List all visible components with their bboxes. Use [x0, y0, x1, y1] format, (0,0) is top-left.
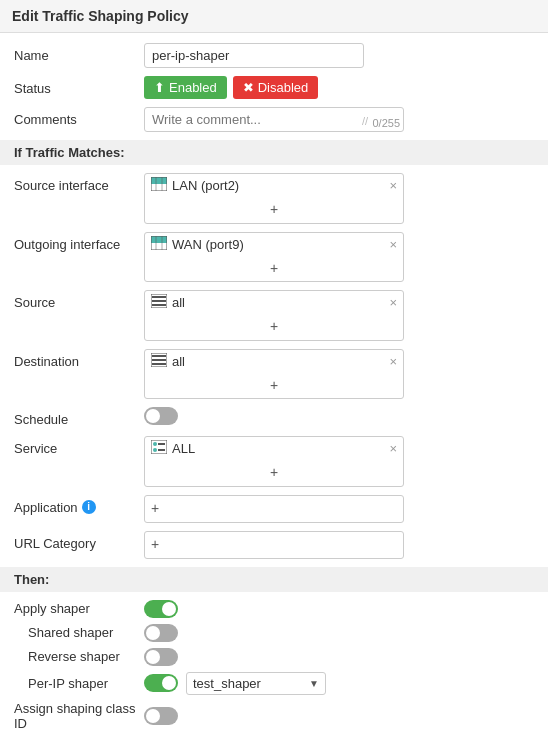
url-category-label: URL Category [14, 531, 144, 551]
svg-rect-20 [158, 443, 165, 445]
source-tag: all [151, 294, 185, 311]
source-interface-control: LAN (port2) × + [144, 173, 534, 224]
destination-row: Destination all [14, 349, 534, 400]
svg-point-19 [153, 442, 157, 446]
service-remove[interactable]: × [389, 441, 397, 456]
per-ip-shaper-row: Per-IP shaper test_shaper ▼ [14, 672, 534, 695]
source-policy-icon [151, 294, 167, 311]
source-interface-remove[interactable]: × [389, 178, 397, 193]
svg-point-21 [153, 448, 157, 452]
svg-rect-18 [151, 440, 167, 454]
application-add[interactable]: + [151, 499, 159, 519]
service-box: ALL × + [144, 436, 404, 487]
application-info-icon[interactable]: i [82, 500, 96, 514]
shared-shaper-label: Shared shaper [14, 625, 144, 640]
traffic-section-header: If Traffic Matches: [0, 140, 548, 165]
source-label: Source [14, 290, 144, 310]
source-interface-tag-row: LAN (port2) × [151, 177, 397, 194]
application-control: + [144, 495, 534, 523]
status-control: ⬆ Enabled ✖ Disabled [144, 76, 534, 99]
service-tag-row: ALL × [151, 440, 397, 457]
disabled-circle-icon: ✖ [243, 80, 254, 95]
svg-rect-16 [152, 359, 166, 361]
destination-control: all × + [144, 349, 534, 400]
svg-rect-0 [151, 177, 167, 184]
svg-rect-6 [151, 243, 167, 250]
per-ip-shaper-value: test_shaper [193, 676, 261, 691]
application-label-wrapper: Application i [14, 495, 144, 515]
outgoing-interface-tag-row: WAN (port9) × [151, 236, 397, 253]
destination-policy-icon [151, 353, 167, 370]
source-remove[interactable]: × [389, 295, 397, 310]
url-category-box: + [144, 531, 404, 559]
source-interface-add[interactable]: + [151, 200, 397, 220]
svg-rect-1 [151, 184, 167, 191]
source-interface-label: Source interface [14, 173, 144, 193]
assign-shaping-toggle[interactable] [144, 707, 178, 725]
disabled-button[interactable]: ✖ Disabled [233, 76, 319, 99]
then-section-header: Then: [0, 567, 548, 592]
name-field-wrapper [144, 43, 534, 68]
destination-add[interactable]: + [151, 376, 397, 396]
outgoing-interface-add[interactable]: + [151, 259, 397, 279]
page-title: Edit Traffic Shaping Policy [0, 0, 548, 33]
per-ip-shaper-toggle[interactable] [144, 674, 178, 692]
shared-shaper-toggle[interactable] [144, 624, 178, 642]
name-row: Name [14, 43, 534, 68]
per-ip-shaper-label: Per-IP shaper [14, 676, 144, 691]
source-interface-row: Source interface [14, 173, 534, 224]
url-category-add[interactable]: + [151, 535, 159, 555]
apply-shaper-toggle[interactable] [144, 600, 178, 618]
destination-remove[interactable]: × [389, 354, 397, 369]
schedule-toggle[interactable] [144, 407, 178, 425]
outgoing-interface-label: Outgoing interface [14, 232, 144, 252]
source-control: all × + [144, 290, 534, 341]
status-label: Status [14, 76, 144, 96]
destination-box: all × + [144, 349, 404, 400]
outgoing-interface-value: WAN (port9) [172, 237, 244, 252]
comments-label: Comments [14, 107, 144, 127]
reverse-shaper-label: Reverse shaper [14, 649, 144, 664]
svg-rect-5 [151, 236, 167, 243]
svg-rect-13 [152, 304, 166, 306]
outgoing-interface-row: Outgoing interface [14, 232, 534, 283]
destination-tag-row: all × [151, 353, 397, 370]
application-box: + [144, 495, 404, 523]
disabled-label: Disabled [258, 80, 309, 95]
source-box: all × + [144, 290, 404, 341]
svg-rect-12 [152, 300, 166, 302]
svg-rect-15 [152, 355, 166, 357]
schedule-label: Schedule [14, 407, 144, 427]
source-add[interactable]: + [151, 317, 397, 337]
url-category-control: + [144, 531, 534, 559]
per-ip-shaper-select[interactable]: test_shaper ▼ [186, 672, 326, 695]
comment-input-wrapper: // 0/255 [144, 107, 404, 132]
apply-shaper-row: Apply shaper [14, 600, 534, 618]
service-row: Service ALL [14, 436, 534, 487]
service-icon [151, 440, 167, 457]
reverse-shaper-row: Reverse shaper [14, 648, 534, 666]
outgoing-interface-tag: WAN (port9) [151, 236, 244, 253]
enabled-arrow-icon: ⬆ [154, 80, 165, 95]
comment-count: 0/255 [372, 117, 400, 129]
service-value: ALL [172, 441, 195, 456]
enabled-button[interactable]: ⬆ Enabled [144, 76, 227, 99]
application-row: Application i + [14, 495, 534, 523]
resize-icon: // [362, 115, 368, 127]
shared-shaper-row: Shared shaper [14, 624, 534, 642]
service-add[interactable]: + [151, 463, 397, 483]
svg-rect-11 [152, 296, 166, 298]
destination-value: all [172, 354, 185, 369]
svg-rect-22 [158, 449, 165, 451]
reverse-shaper-toggle[interactable] [144, 648, 178, 666]
source-interface-box: LAN (port2) × + [144, 173, 404, 224]
source-interface-value: LAN (port2) [172, 178, 239, 193]
outgoing-interface-remove[interactable]: × [389, 237, 397, 252]
apply-shaper-label: Apply shaper [14, 601, 144, 616]
status-row: Status ⬆ Enabled ✖ Disabled [14, 76, 534, 99]
source-row: Source all [14, 290, 534, 341]
url-category-row: URL Category + [14, 531, 534, 559]
name-input[interactable] [144, 43, 364, 68]
comments-wrapper: // 0/255 [144, 107, 534, 132]
wan-icon [151, 236, 167, 253]
